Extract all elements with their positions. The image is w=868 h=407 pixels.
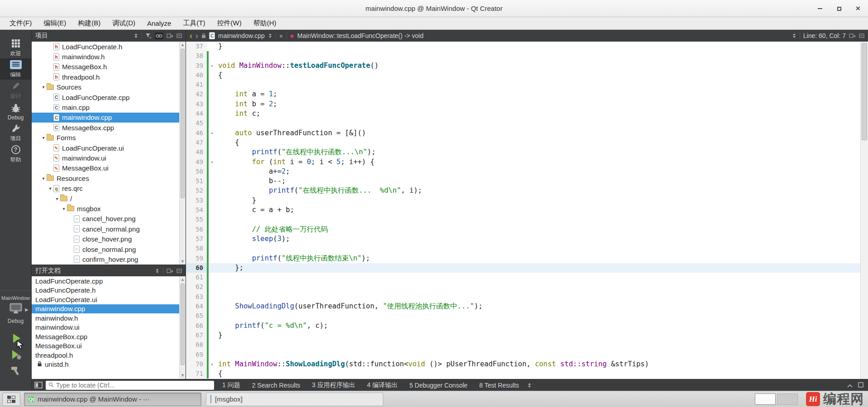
code-line[interactable]: 40{ — [186, 71, 860, 80]
mode-edit-document[interactable]: 编辑 — [0, 58, 31, 80]
mode-debug-bug[interactable]: Debug — [0, 101, 31, 122]
code-line[interactable]: 67} — [186, 331, 860, 340]
code-line[interactable]: 42 int a = 1; — [186, 90, 860, 99]
close-pane-icon[interactable] — [176, 268, 182, 274]
sort-icon[interactable] — [155, 268, 160, 274]
collapse-arrow-icon[interactable]: ▾ — [54, 196, 60, 201]
kit-selector[interactable]: MainWindow ▶ Debug — [0, 290, 31, 391]
code-line[interactable]: 38 — [186, 51, 860, 61]
tree-item[interactable]: Cmainwindow.cpp — [32, 113, 186, 123]
code-line[interactable]: 53 } — [186, 196, 860, 205]
fold-marker-icon[interactable]: ▾ — [209, 61, 215, 71]
kit-expand-arrow-icon[interactable]: ▶ — [25, 307, 29, 312]
code-line[interactable]: 54 c = a + b; — [186, 205, 860, 215]
code-line[interactable]: 57 sleep(3); — [186, 234, 860, 244]
locator-input[interactable] — [56, 382, 211, 389]
tree-item[interactable]: ≡confirm_hover.png — [32, 254, 186, 264]
code-line[interactable]: 65 — [186, 311, 860, 321]
collapse-arrow-icon[interactable]: ▾ — [47, 186, 53, 191]
open-document-item[interactable]: LoadFuncOperate.ui — [32, 295, 186, 304]
maximize-output-icon[interactable] — [847, 381, 853, 389]
menu-item[interactable]: Analyze — [141, 17, 177, 29]
code-line[interactable]: 66 printf("c = %d\n", c); — [186, 321, 860, 331]
code-line[interactable]: 52 printf("在线程中执行函数... %d\n", i); — [186, 186, 860, 195]
code-line[interactable]: 43 int b = 2; — [186, 99, 860, 109]
code-line[interactable]: 48 printf("在线程中执行函数...\n"); — [186, 147, 860, 157]
code-line[interactable]: 44 int c; — [186, 109, 860, 118]
tree-item[interactable]: hLoadFuncOperate.h — [32, 42, 186, 52]
fold-marker-icon[interactable]: ▾ — [209, 157, 215, 167]
updown-icon[interactable] — [792, 33, 796, 38]
close-icon[interactable]: × — [854, 5, 862, 12]
code-line[interactable]: 68 — [186, 340, 860, 350]
tree-item[interactable]: ▾Forms — [32, 133, 186, 143]
mode-welcome-grid[interactable]: 欢迎 — [0, 37, 31, 58]
build-button[interactable] — [8, 365, 24, 379]
open-document-item[interactable]: mainwindow.cpp — [32, 304, 186, 314]
menu-item[interactable]: 构建(B) — [72, 17, 106, 29]
open-document-item[interactable]: MessageBox.ui — [32, 341, 186, 351]
tree-item[interactable]: ≡close_normal.png — [32, 244, 186, 254]
open-document-item[interactable]: mainwindow.h — [32, 313, 186, 323]
code-line[interactable]: 62 — [186, 282, 860, 292]
tree-item[interactable]: ▾Resources — [32, 173, 186, 183]
filter-icon[interactable] — [145, 33, 152, 38]
code-line[interactable]: 47 { — [186, 138, 860, 147]
mode-help-question[interactable]: ?帮助 — [0, 143, 31, 165]
tree-item[interactable]: ✎MessageBox.ui — [32, 163, 186, 173]
output-pane-button[interactable]: 1 问题 — [222, 381, 240, 389]
code-line[interactable]: 69 — [186, 350, 860, 360]
code-line[interactable]: 71{ — [186, 369, 860, 379]
scroll-down-icon[interactable]: ▼ — [180, 372, 186, 379]
code-line[interactable]: 59 printf("线程中执行函数结束\n"); — [186, 254, 860, 263]
pane-updown-icon[interactable] — [527, 383, 532, 388]
back-icon[interactable]: ‹ — [190, 31, 192, 40]
open-document-item[interactable]: LoadFuncOperate.cpp — [32, 276, 186, 286]
output-pane-box-icon[interactable] — [858, 381, 863, 389]
maximize-icon[interactable] — [835, 5, 843, 12]
code-line[interactable]: 45 — [186, 118, 860, 128]
mode-projects-wrench[interactable]: 项目 — [0, 122, 31, 143]
collapse-arrow-icon[interactable]: ▾ — [40, 135, 47, 140]
scrollbar-thumb[interactable] — [862, 43, 867, 140]
code-line[interactable]: 56 // 此处省略一万行代码 — [186, 225, 860, 234]
tree-item[interactable]: ≡close_hover.png — [32, 234, 186, 244]
code-line[interactable]: 50 a+=2; — [186, 167, 860, 176]
open-file-dropdown[interactable]: mainwindow.cpp — [218, 32, 265, 39]
tree-scrollbar[interactable]: ▲▼ — [179, 42, 186, 265]
tree-item[interactable]: hMessageBox.h — [32, 62, 186, 72]
taskbar-task[interactable]: Qtmainwindow.cpp @ MainWindow - ··· — [24, 393, 201, 406]
code-line[interactable]: 58 — [186, 244, 860, 253]
code-line[interactable]: 61 — [186, 273, 860, 282]
fold-marker-icon[interactable]: ▾ — [209, 128, 215, 138]
taskbar-task[interactable]: [msgbox] — [206, 393, 383, 406]
tree-item[interactable]: Cmain.cpp — [32, 102, 186, 112]
close-document-icon[interactable]: × — [279, 32, 283, 40]
scroll-down-icon[interactable]: ▼ — [180, 258, 186, 265]
code-line[interactable]: 70▾int MainWindow::ShowLoadingDlg(std::f… — [186, 360, 860, 369]
code-line[interactable]: 49▾ for (int i = 0; i < 5; i++) { — [186, 157, 860, 167]
collapse-arrow-icon[interactable]: ▾ — [40, 85, 47, 90]
code-line[interactable]: 39▾void MainWindow::testLoadFuncOperate(… — [186, 61, 860, 71]
code-line[interactable]: 64 ShowLoadingDlg(userThreadFunction, "使… — [186, 302, 860, 311]
tree-item[interactable]: hthreadpool.h — [32, 72, 186, 82]
sidebar-toggle-icon[interactable] — [34, 382, 43, 388]
workspace-pager[interactable] — [755, 393, 798, 405]
menu-item[interactable]: 调试(D) — [106, 17, 141, 29]
code-line[interactable]: 37} — [186, 42, 860, 51]
pager-inactive-cell[interactable] — [777, 393, 798, 405]
menu-item[interactable]: 文件(F) — [4, 17, 38, 29]
open-document-item[interactable]: mainwindow.ui — [32, 323, 186, 332]
docs-scrollbar[interactable]: ▲▼ — [179, 276, 186, 379]
scroll-up-icon[interactable]: ▲ — [180, 276, 186, 283]
editor-scrollbar[interactable] — [860, 42, 868, 379]
scrollbar-thumb[interactable] — [181, 49, 185, 198]
menu-item[interactable]: 帮助(H) — [248, 17, 282, 29]
code-line[interactable]: 41 — [186, 80, 860, 90]
pager-active-cell[interactable] — [755, 393, 776, 405]
split-new-icon[interactable] — [167, 33, 173, 38]
locator[interactable] — [46, 381, 214, 390]
tree-item[interactable]: CMessageBox.cpp — [32, 123, 186, 133]
close-split-icon[interactable] — [859, 33, 864, 38]
tree-item[interactable]: hmainwindow.h — [32, 52, 186, 62]
